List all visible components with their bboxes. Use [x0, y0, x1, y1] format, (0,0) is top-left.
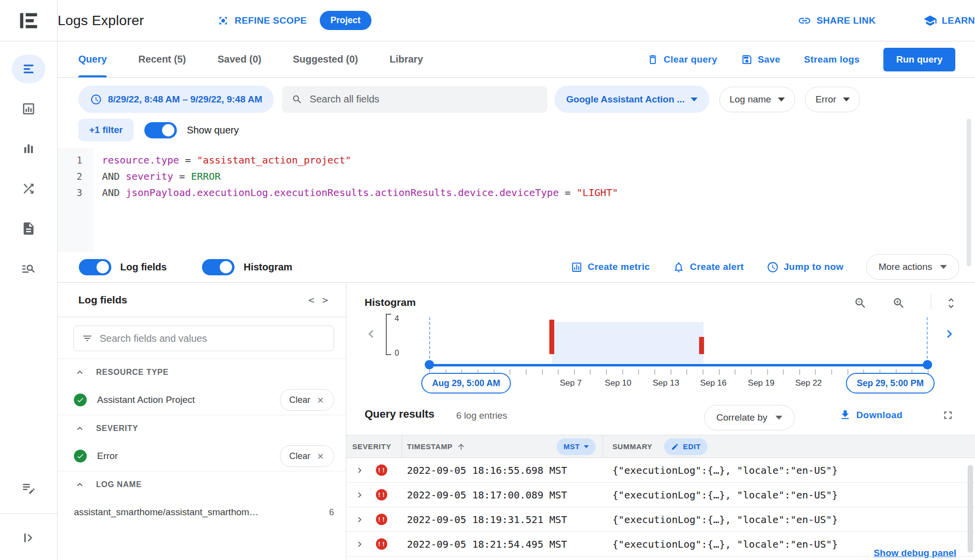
product-logo[interactable]: [0, 0, 58, 41]
severity-item[interactable]: Error Clear: [58, 441, 346, 471]
editor-code[interactable]: resource.type = "assistant_action_projec…: [93, 148, 618, 252]
section-severity[interactable]: SEVERITY: [58, 415, 346, 441]
project-scope-badge[interactable]: Project: [320, 11, 371, 30]
clear-query-button[interactable]: Clear query: [647, 54, 717, 66]
axis-tick: [735, 369, 736, 375]
histogram-plot[interactable]: Sep 7Sep 10Sep 13Sep 16Sep 19Sep 22 Aug …: [429, 317, 928, 401]
tab-recent[interactable]: Recent (5): [138, 41, 186, 77]
code-view-icon[interactable]: < >: [308, 294, 329, 306]
log-name-dropdown[interactable]: Log name: [719, 87, 796, 112]
range-end-pill[interactable]: Sep 29, 5:00 PM: [846, 373, 935, 394]
create-metric-button[interactable]: Create metric: [571, 261, 650, 273]
add-filter-button[interactable]: +1 filter: [78, 119, 134, 141]
histogram-pan-left-icon[interactable]: [363, 326, 379, 344]
zoom-in-icon[interactable]: [892, 296, 906, 312]
learn-button[interactable]: LEARN: [923, 14, 975, 28]
severity-dropdown[interactable]: Error: [805, 87, 860, 112]
sort-ascending-icon[interactable]: [457, 442, 466, 451]
clear-severity-filter-button[interactable]: Clear: [280, 445, 334, 467]
topbar: Logs Explorer REFINE SCOPE Project SHARE…: [58, 0, 975, 41]
tab-actions: Clear query Save Stream logs Run query: [647, 41, 955, 77]
sidebar-item-logs-explorer[interactable]: [12, 55, 45, 83]
close-icon: [316, 452, 325, 461]
download-button[interactable]: Download: [839, 409, 903, 421]
time-range-chip[interactable]: 8/29/22, 8:48 AM – 9/29/22, 9:48 AM: [78, 86, 274, 113]
timezone-dropdown[interactable]: MST: [557, 438, 596, 455]
code-token-field: severity: [126, 170, 173, 182]
create-alert-button[interactable]: Create alert: [672, 261, 743, 273]
query-code-line[interactable]: AND severity = ERROR: [102, 168, 618, 185]
range-start-pill[interactable]: Aug 29, 5:00 AM: [421, 373, 511, 394]
slider-handle-end[interactable]: [923, 360, 932, 369]
query-results-table: SEVERITY TIMESTAMP MST: [346, 435, 975, 560]
search-all-fields-input[interactable]: [310, 94, 538, 105]
axis-tick: [831, 369, 832, 375]
resource-type-item[interactable]: Assistant Action Project Clear: [58, 385, 346, 415]
query-code-line[interactable]: AND jsonPayload.executionLog.executionRe…: [102, 185, 618, 201]
correlate-by-button[interactable]: Correlate by: [704, 405, 795, 430]
histogram-selection[interactable]: [552, 322, 704, 363]
zoom-out-icon[interactable]: [854, 296, 867, 312]
tab-suggested[interactable]: Suggested (0): [293, 41, 358, 77]
more-actions-button[interactable]: More actions: [866, 254, 959, 280]
log-entry-row[interactable]: !! 2022-09-05 18:16:55.698 MST {"executi…: [346, 458, 975, 483]
clock-icon: [767, 261, 779, 273]
log-entry-row[interactable]: !! 2022-09-05 18:19:31.521 MST {"executi…: [346, 507, 975, 532]
open-panel-button[interactable]: [12, 524, 45, 552]
sidebar-item-log-metrics[interactable]: [12, 134, 45, 163]
edit-summary-button[interactable]: EDIT: [664, 438, 707, 455]
axis-tick-label: Sep 19: [748, 378, 774, 388]
save-button[interactable]: Save: [741, 54, 780, 66]
sidebar-item-log-router[interactable]: [12, 174, 45, 203]
run-query-button[interactable]: Run query: [883, 48, 955, 71]
refine-scope-button[interactable]: REFINE SCOPE: [217, 14, 306, 27]
log-storage-icon: [21, 221, 36, 236]
sidebar-item-release-notes[interactable]: [12, 473, 45, 502]
jump-to-now-button[interactable]: Jump to now: [767, 261, 844, 273]
share-link-button[interactable]: SHARE LINK: [798, 14, 875, 28]
query-results-title: Query results: [365, 408, 435, 421]
log-name-item[interactable]: assistant_smarthome/assistant_smarthom… …: [58, 497, 346, 527]
tab-saved[interactable]: Saved (0): [218, 41, 262, 77]
axis-tick-label: Sep 10: [605, 378, 632, 388]
slider-handle-start[interactable]: [425, 360, 434, 369]
sidebar-item-log-storage[interactable]: [12, 214, 45, 243]
stream-logs-button[interactable]: Stream logs: [804, 54, 860, 65]
resource-filter-dropdown[interactable]: Google Assistant Action ...: [554, 86, 709, 113]
editor-scrollbar[interactable]: [967, 119, 971, 266]
histogram-toggle[interactable]: [202, 259, 235, 275]
histogram-bar[interactable]: [549, 320, 554, 354]
main-panel: Query Recent (5) Saved (0) Suggested (0)…: [58, 41, 975, 560]
search-all-fields[interactable]: [282, 86, 547, 113]
expand-row-icon[interactable]: [354, 490, 365, 500]
query-code-line[interactable]: resource.type = "assistant_action_projec…: [102, 152, 618, 168]
results-scrollbar[interactable]: [968, 465, 973, 553]
show-query-toggle[interactable]: [144, 122, 177, 138]
section-log-name[interactable]: LOG NAME: [58, 471, 346, 497]
create-metric-label: Create metric: [588, 262, 650, 272]
logs-explorer-app: Logs Explorer REFINE SCOPE Project SHARE…: [0, 0, 975, 560]
log-fields-search-input[interactable]: [100, 333, 326, 344]
tab-query[interactable]: Query: [78, 41, 107, 77]
time-range-slider[interactable]: [429, 364, 928, 366]
trash-icon: [647, 54, 659, 66]
clear-resource-filter-button[interactable]: Clear: [280, 389, 334, 411]
query-editor[interactable]: 123 resource.type = "assistant_action_pr…: [58, 148, 975, 252]
column-severity: SEVERITY: [346, 435, 402, 458]
log-entry-row[interactable]: !! 2022-09-05 18:17:00.089 MST {"executi…: [346, 483, 975, 507]
summary-column-label: SUMMARY: [612, 442, 652, 451]
expand-row-icon[interactable]: [354, 539, 365, 550]
section-resource-type[interactable]: RESOURCE TYPE: [58, 359, 346, 385]
tab-library[interactable]: Library: [390, 41, 423, 77]
histogram-bar[interactable]: [699, 337, 704, 354]
expand-row-icon[interactable]: [354, 465, 365, 476]
expand-histogram-icon[interactable]: [944, 296, 958, 312]
expand-row-icon[interactable]: [354, 514, 365, 525]
sidebar-item-log-search[interactable]: [12, 254, 45, 283]
sidebar-item-logs-dashboard[interactable]: [12, 95, 45, 123]
log-fields-search[interactable]: [73, 326, 334, 351]
log-fields-toggle[interactable]: [79, 259, 111, 275]
histogram-pan-right-icon[interactable]: [941, 326, 957, 344]
show-debug-panel-link[interactable]: Show debug panel: [871, 548, 956, 559]
fullscreen-icon[interactable]: [941, 409, 954, 424]
